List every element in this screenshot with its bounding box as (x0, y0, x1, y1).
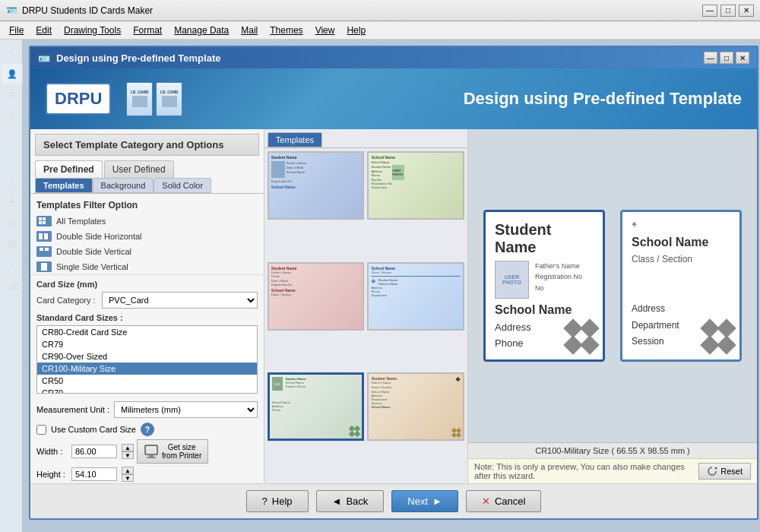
help-button[interactable]: ? Help (246, 490, 309, 512)
menu-themes[interactable]: Themes (264, 24, 309, 37)
size-cr100[interactable]: CR100-Military Size (37, 363, 257, 375)
dialog-titlebar-controls: — □ ✕ (704, 52, 749, 64)
app-icon: 🪪 (6, 5, 17, 16)
size-cr70[interactable]: CR70 (37, 387, 257, 394)
measurement-select[interactable]: Milimeters (mm) (114, 401, 258, 418)
tab-templates[interactable]: Templates (35, 178, 93, 193)
cancel-button[interactable]: ✕ Cancel (466, 490, 541, 512)
width-input[interactable] (71, 445, 117, 458)
template-grid-panel: Templates Student Name Father's NameDate… (264, 129, 468, 483)
svg-rect-9 (145, 445, 157, 454)
filter-double-horizontal[interactable]: Double Side Horizontal (30, 229, 264, 244)
dialog-maximize[interactable]: □ (720, 52, 733, 64)
app-titlebar: 🪪 DRPU Students ID Cards Maker — □ ✕ (0, 0, 760, 21)
custom-size-help-btn[interactable]: ? (141, 423, 154, 436)
reset-button[interactable]: Reset (698, 463, 751, 480)
svg-rect-8 (41, 263, 47, 271)
preview-school-name-back: School Name (632, 236, 730, 249)
preview-panel: Student Name USER PHOTO Father's Name Re… (468, 129, 757, 483)
header-title: Design using Pre-defined Template (198, 89, 742, 109)
back-icon: ◄ (332, 496, 342, 507)
custom-size-label[interactable]: Use Custom Card Size (51, 425, 136, 434)
tool-arrow[interactable]: → (2, 255, 23, 275)
next-button[interactable]: Next ► (391, 490, 458, 512)
height-input[interactable] (71, 467, 117, 481)
tool-new-c[interactable]: ⊞ (2, 85, 23, 105)
maximize-button[interactable]: □ (720, 5, 736, 17)
back-button[interactable]: ◄ Back (316, 490, 385, 512)
get-size-btn[interactable]: Get sizefrom Printer (137, 439, 208, 464)
card-sizes-list: CR80-Credit Card Size CR79 CR90-Over Siz… (36, 325, 258, 394)
height-down[interactable]: ▼ (122, 474, 134, 482)
tool-star[interactable]: ★ (2, 192, 23, 211)
template-thumb-5[interactable]: USR Student Name School Name Father's Na… (268, 372, 365, 441)
tool-line[interactable]: ╱ (2, 170, 23, 190)
main-dialog: 🪪 Design using Pre-defined Template — □ … (29, 46, 758, 520)
single-vertical-icon (36, 261, 52, 272)
preview-card-info: Father's Name Registration No No (535, 261, 582, 293)
svg-rect-3 (43, 221, 46, 224)
template-grid: Student Name Father's NameDate of BirthS… (264, 148, 467, 483)
template-thumb-3[interactable]: Student Name Father's NamePhoneDate of B… (268, 262, 365, 331)
tg-tab-templates[interactable]: Templates (268, 132, 322, 147)
menu-manage-data[interactable]: Manage Data (168, 24, 235, 37)
menu-bar: File Edit Drawing Tools Format Manage Da… (0, 21, 760, 40)
width-up[interactable]: ▲ (122, 444, 134, 451)
svg-rect-5 (44, 233, 48, 239)
menu-edit[interactable]: Edit (30, 24, 58, 37)
tool-rect[interactable]: □ (2, 128, 23, 147)
standard-sizes-label: Standard Card Sizes : (36, 313, 258, 322)
menu-format[interactable]: Format (127, 24, 168, 37)
tab-solid-color[interactable]: Solid Color (154, 178, 211, 193)
close-button[interactable]: ✕ (739, 5, 754, 17)
dialog-close[interactable]: ✕ (736, 52, 749, 64)
cancel-icon: ✕ (482, 496, 490, 507)
preview-back-diamonds (703, 321, 733, 352)
menu-drawing-tools[interactable]: Drawing Tools (58, 24, 127, 37)
size-info-text: CR100-Military Size ( 66.55 X 98.55 mm ) (535, 446, 690, 455)
size-cr50[interactable]: CR50 (37, 375, 257, 387)
tool-select[interactable]: ↖ (2, 43, 23, 62)
template-thumb-4[interactable]: School Name Class / Section ✚ Student Na… (367, 262, 464, 331)
width-label: Width : (36, 447, 67, 456)
preview-school-name-front: School Name (495, 303, 594, 317)
menu-file[interactable]: File (3, 24, 30, 37)
menu-help[interactable]: Help (340, 24, 372, 37)
minimize-button[interactable]: — (702, 5, 717, 17)
tool-image[interactable]: 🖼 (2, 234, 23, 254)
template-thumb-2[interactable]: School Name School Name Student NameAddr… (367, 151, 464, 220)
tool-eraser[interactable]: ⌫ (2, 277, 23, 296)
id-card-icons: I.D. CARD I.D. CARD (126, 82, 182, 116)
tab-background[interactable]: Background (93, 178, 154, 193)
size-cr79[interactable]: CR79 (37, 338, 257, 350)
template-thumb-1[interactable]: Student Name Father's NameDate of BirthS… (268, 151, 365, 220)
width-down[interactable]: ▼ (122, 451, 134, 459)
menu-mail[interactable]: Mail (235, 24, 264, 37)
tool-circle[interactable]: ○ (2, 149, 23, 169)
panel-title: Select Template Category and Options (35, 134, 259, 156)
tab-user-defined[interactable]: User Defined (104, 160, 174, 178)
double-vertical-icon (36, 246, 52, 257)
size-cr80[interactable]: CR80-Credit Card Size (37, 326, 257, 338)
template-thumb-6[interactable]: Student Name Father's NameClass / Sectio… (367, 372, 464, 441)
custom-size-checkbox[interactable] (36, 425, 46, 435)
preview-card-back: ❖ School Name Class / Section Address De… (620, 210, 742, 362)
tool-user[interactable]: 👤 (2, 64, 23, 84)
size-cr90[interactable]: CR90-Over Sized (37, 350, 257, 363)
dialog-icon: 🪪 (38, 52, 50, 64)
tool-text[interactable]: T (2, 106, 23, 126)
app-title: DRPU Students ID Cards Maker (22, 5, 153, 16)
filter-double-vertical[interactable]: Double Side Vertical (30, 244, 264, 259)
filter-all-templates[interactable]: All Templates (30, 214, 264, 229)
measurement-row: Measurement Unit : Milimeters (mm) (30, 398, 264, 421)
dialog-minimize[interactable]: — (704, 52, 717, 64)
height-up[interactable]: ▲ (122, 467, 134, 474)
filter-title: Templates Filter Option (36, 200, 258, 211)
filter-single-vertical[interactable]: Single Side Vertical (30, 259, 264, 274)
tool-barcode[interactable]: ▤ (2, 213, 23, 233)
menu-view[interactable]: View (309, 24, 341, 37)
card-category-select[interactable]: PVC_Card (102, 292, 258, 309)
template-panel: Select Template Category and Options Pre… (30, 129, 264, 483)
id-card-small-2: I.D. CARD (156, 82, 182, 116)
tab-pre-defined[interactable]: Pre Defined (35, 160, 103, 178)
